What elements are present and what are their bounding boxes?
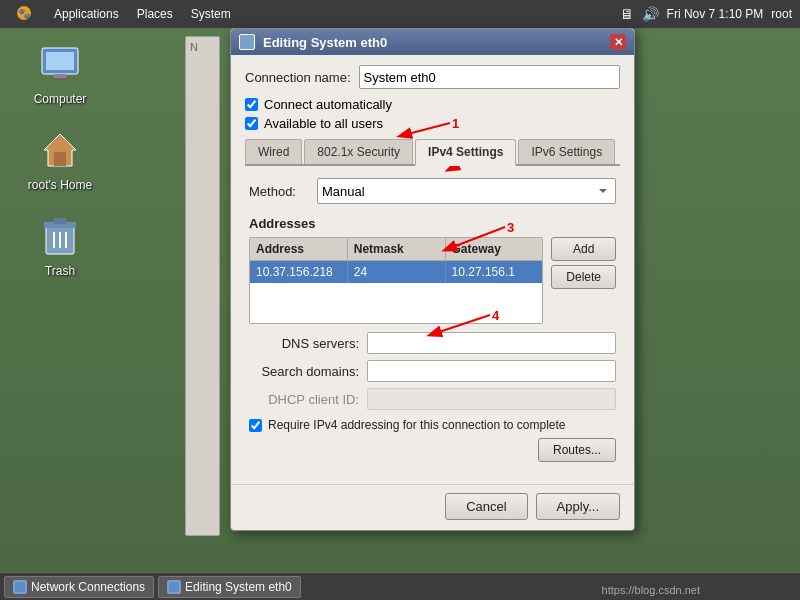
available-users-row: Available to all users bbox=[245, 116, 620, 131]
tab-ipv6[interactable]: IPv6 Settings bbox=[518, 139, 615, 164]
top-menus: 🐾 Applications Places System bbox=[8, 3, 239, 26]
svg-rect-7 bbox=[54, 152, 66, 166]
svg-rect-3 bbox=[46, 52, 74, 70]
connection-name-row: Connection name: bbox=[245, 65, 620, 89]
connection-name-label: Connection name: bbox=[245, 70, 351, 85]
trash-icon[interactable]: Trash bbox=[20, 212, 100, 278]
add-button[interactable]: Add bbox=[551, 237, 616, 261]
search-input[interactable] bbox=[367, 360, 616, 382]
svg-rect-4 bbox=[54, 74, 66, 78]
svg-rect-23 bbox=[169, 582, 179, 592]
svg-rect-5 bbox=[50, 78, 70, 80]
menu-applications[interactable]: Applications bbox=[46, 5, 127, 23]
search-row: Search domains: bbox=[249, 360, 616, 382]
dns-row: DNS servers: bbox=[249, 332, 616, 354]
dns-label: DNS servers: bbox=[249, 336, 359, 351]
dialog-icon bbox=[239, 34, 255, 50]
connect-auto-row: Connect automatically bbox=[245, 97, 620, 112]
top-menubar: 🐾 Applications Places System 🖥 🔊 Fri Nov… bbox=[0, 0, 800, 28]
apply-button[interactable]: Apply... bbox=[536, 493, 620, 520]
available-users-checkbox[interactable] bbox=[245, 117, 258, 130]
taskbar: Network Connections Editing System eth0 … bbox=[0, 572, 800, 600]
desktop: 🐾 Applications Places System 🖥 🔊 Fri Nov… bbox=[0, 0, 800, 600]
cell-gateway: 10.27.156.1 bbox=[446, 261, 543, 283]
dhcp-input bbox=[367, 388, 616, 410]
routes-button[interactable]: Routes... bbox=[538, 438, 616, 462]
taskbar-editing-icon bbox=[167, 580, 181, 594]
table-empty-area bbox=[250, 283, 542, 323]
top-bar-right: 🖥 🔊 Fri Nov 7 1:10 PM root bbox=[620, 6, 792, 22]
dialog-title: Editing System eth0 bbox=[263, 35, 387, 50]
network-icon: 🖥 bbox=[620, 6, 634, 22]
editing-dialog: Editing System eth0 ✕ Connection name: C… bbox=[230, 28, 635, 531]
delete-button[interactable]: Delete bbox=[551, 265, 616, 289]
ipv4-tab-content: Method: Manual Automatic (DHCP) Link-Loc… bbox=[245, 166, 620, 470]
desktop-icons: Computer root's Home bbox=[20, 40, 100, 278]
require-row: Require IPv4 addressing for this connect… bbox=[249, 418, 616, 432]
computer-icon-img bbox=[36, 40, 84, 88]
cell-address: 10.37.156.218 bbox=[250, 261, 348, 283]
trash-label: Trash bbox=[45, 264, 75, 278]
search-label: Search domains: bbox=[249, 364, 359, 379]
tab-ipv4[interactable]: IPv4 Settings bbox=[415, 139, 516, 166]
method-row: Method: Manual Automatic (DHCP) Link-Loc… bbox=[249, 178, 616, 204]
table-row[interactable]: 10.37.156.218 24 10.27.156.1 bbox=[250, 261, 542, 283]
datetime: Fri Nov 7 1:10 PM bbox=[667, 7, 764, 21]
routes-row: Routes... bbox=[249, 438, 616, 462]
col-gateway: Gateway bbox=[446, 238, 543, 260]
dialog-titlebar: Editing System eth0 ✕ bbox=[231, 29, 634, 55]
dialog-body: Connection name: Connect automatically A… bbox=[231, 55, 634, 480]
addresses-section: Address Netmask Gateway 10.37.156.218 24… bbox=[249, 237, 616, 324]
dns-input[interactable] bbox=[367, 332, 616, 354]
menu-system[interactable]: System bbox=[183, 5, 239, 23]
require-checkbox[interactable] bbox=[249, 419, 262, 432]
close-button[interactable]: ✕ bbox=[610, 34, 626, 50]
table-header: Address Netmask Gateway bbox=[250, 238, 542, 261]
home-icon[interactable]: root's Home bbox=[20, 126, 100, 192]
connection-name-input[interactable] bbox=[359, 65, 620, 89]
dialog-footer: Cancel Apply... bbox=[231, 484, 634, 530]
col-address: Address bbox=[250, 238, 348, 260]
taskbar-network-connections[interactable]: Network Connections bbox=[4, 576, 154, 598]
col-netmask: Netmask bbox=[348, 238, 446, 260]
trash-icon-img bbox=[36, 212, 84, 260]
sidebar-panel: N bbox=[185, 36, 220, 536]
connect-auto-checkbox[interactable] bbox=[245, 98, 258, 111]
menu-places[interactable]: Places bbox=[129, 5, 181, 23]
require-label: Require IPv4 addressing for this connect… bbox=[268, 418, 566, 432]
method-select[interactable]: Manual Automatic (DHCP) Link-Local Only … bbox=[317, 178, 616, 204]
cell-netmask: 24 bbox=[348, 261, 446, 283]
dhcp-label: DHCP client ID: bbox=[249, 392, 359, 407]
username: root bbox=[771, 7, 792, 21]
svg-rect-22 bbox=[15, 582, 25, 592]
taskbar-editing-label: Editing System eth0 bbox=[185, 580, 292, 594]
taskbar-network-label: Network Connections bbox=[31, 580, 145, 594]
table-side-buttons: Add Delete bbox=[551, 237, 616, 324]
svg-text:🐾: 🐾 bbox=[18, 7, 31, 20]
tab-wired[interactable]: Wired bbox=[245, 139, 302, 164]
cancel-button[interactable]: Cancel bbox=[445, 493, 527, 520]
addresses-table: Address Netmask Gateway 10.37.156.218 24… bbox=[249, 237, 543, 324]
taskbar-url: https://blog.csdn.net bbox=[602, 584, 700, 596]
tab-8021x[interactable]: 802.1x Security bbox=[304, 139, 413, 164]
method-label: Method: bbox=[249, 184, 309, 199]
dhcp-row: DHCP client ID: bbox=[249, 388, 616, 410]
svg-rect-10 bbox=[54, 218, 66, 224]
available-users-label: Available to all users bbox=[264, 116, 383, 131]
tabs: Wired 802.1x Security IPv4 Settings IPv6… bbox=[245, 139, 620, 166]
computer-icon[interactable]: Computer bbox=[20, 40, 100, 106]
addresses-label: Addresses bbox=[249, 216, 616, 231]
volume-icon: 🔊 bbox=[642, 6, 659, 22]
connect-auto-label: Connect automatically bbox=[264, 97, 392, 112]
computer-label: Computer bbox=[34, 92, 87, 106]
taskbar-editing-system[interactable]: Editing System eth0 bbox=[158, 576, 301, 598]
titlebar-left: Editing System eth0 bbox=[239, 34, 387, 50]
home-label: root's Home bbox=[28, 178, 92, 192]
home-icon-img bbox=[36, 126, 84, 174]
taskbar-network-icon bbox=[13, 580, 27, 594]
